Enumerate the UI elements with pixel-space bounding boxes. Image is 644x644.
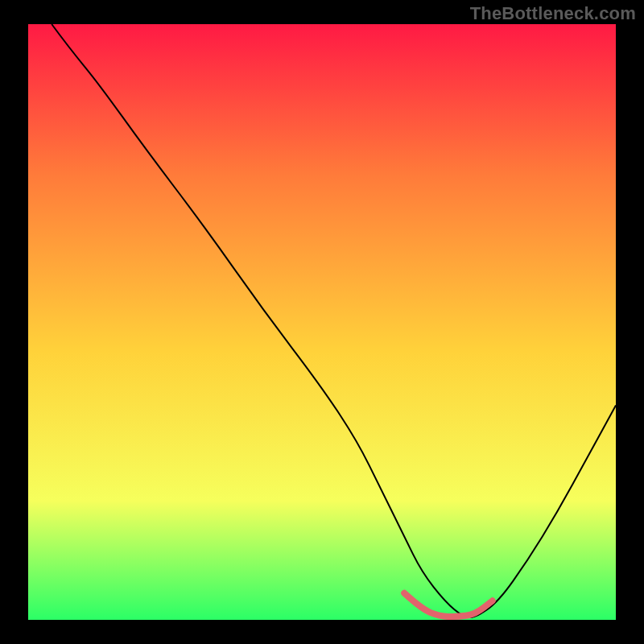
chart-frame: TheBottleneck.com bbox=[0, 0, 644, 644]
bottleneck-chart bbox=[0, 0, 644, 644]
plot-background bbox=[28, 24, 616, 620]
